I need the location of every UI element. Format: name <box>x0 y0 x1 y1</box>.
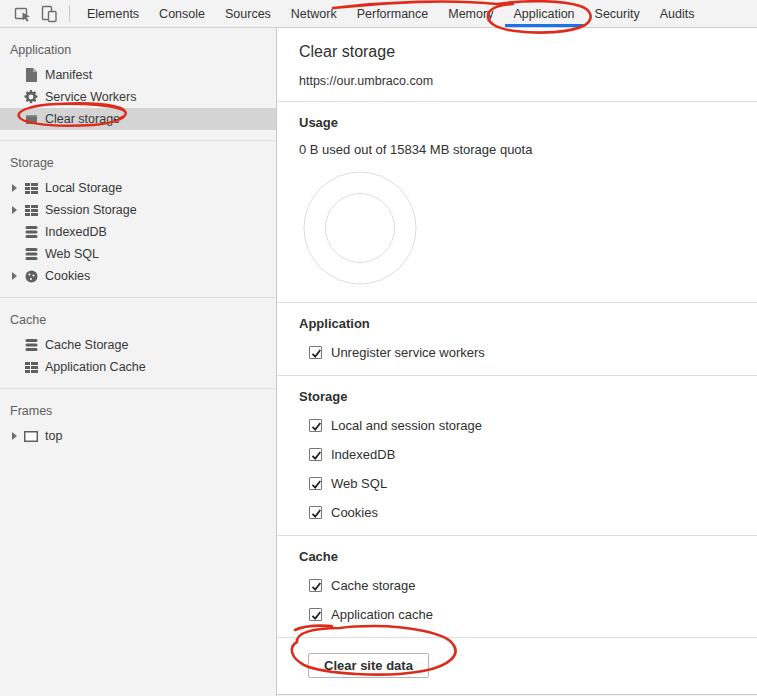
sidebar-item-label: IndexedDB <box>45 225 107 239</box>
usage-quota-text: 0 B used out of 15834 MB storage quota <box>299 142 735 157</box>
sidebar-item-clear-storage[interactable]: Clear storage <box>0 108 276 130</box>
gear-icon <box>24 90 38 104</box>
tab-network[interactable]: Network <box>281 0 347 27</box>
checkbox-checked-icon[interactable] <box>309 419 322 432</box>
usage-section: Usage 0 B used out of 15834 MB storage q… <box>277 101 757 302</box>
panel-tabs: Elements Console Sources Network Perform… <box>77 0 704 27</box>
sidebar-item-label: Manifest <box>45 68 92 82</box>
tab-memory[interactable]: Memory <box>438 0 503 27</box>
application-section-title: Application <box>299 316 735 331</box>
tab-sources[interactable]: Sources <box>215 0 281 27</box>
site-origin: https://our.umbraco.com <box>299 74 735 101</box>
application-panel-sidebar: Application Manifest Service Workers <box>0 28 277 696</box>
tab-elements[interactable]: Elements <box>77 0 149 27</box>
clear-storage-panel: Clear storage https://our.umbraco.com Us… <box>277 28 757 696</box>
sidebar-item-local-storage[interactable]: Local Storage <box>0 177 276 199</box>
checkbox-label: Application cache <box>331 607 433 622</box>
sidebar-item-manifest[interactable]: Manifest <box>0 64 276 86</box>
application-section: Application Unregister service workers <box>277 302 757 375</box>
page-title: Clear storage <box>299 43 735 61</box>
sidebar-item-session-storage[interactable]: Session Storage <box>0 199 276 221</box>
checkbox-label: Cache storage <box>331 578 416 593</box>
chevron-right-icon[interactable] <box>12 432 17 440</box>
storage-section: Storage Local and session storage Indexe… <box>277 375 757 535</box>
checkbox-label: Cookies <box>331 505 378 520</box>
storage-section-title: Storage <box>299 389 735 404</box>
checkbox-row-indexeddb[interactable]: IndexedDB <box>309 447 735 462</box>
sidebar-section-title: Storage <box>0 147 276 177</box>
chevron-right-icon[interactable] <box>12 272 17 280</box>
checkbox-label: Local and session storage <box>331 418 482 433</box>
devtools-tabbar: Elements Console Sources Network Perform… <box>0 0 757 28</box>
sidebar-section-storage: Storage Local Storage Session Storage <box>0 140 276 297</box>
checkbox-row-cache-storage[interactable]: Cache storage <box>309 578 735 593</box>
sidebar-section-title: Frames <box>0 395 276 425</box>
database-icon <box>24 338 38 352</box>
sidebar-item-label: top <box>45 429 62 443</box>
frame-icon <box>24 429 38 443</box>
checkbox-row-application-cache[interactable]: Application cache <box>309 607 735 622</box>
sidebar-item-top-frame[interactable]: top <box>0 425 276 447</box>
inspect-element-icon[interactable] <box>10 0 36 27</box>
toolbar-icons <box>0 0 77 27</box>
table-icon <box>24 181 38 195</box>
table-icon <box>24 360 38 374</box>
checkbox-checked-icon[interactable] <box>309 346 322 359</box>
checkbox-checked-icon[interactable] <box>309 477 322 490</box>
tab-audits[interactable]: Audits <box>650 0 705 27</box>
sidebar-section-cache: Cache Cache Storage Application Cache <box>0 297 276 388</box>
toolbar-separator <box>69 5 70 22</box>
sidebar-item-label: Application Cache <box>45 360 146 374</box>
sidebar-item-indexeddb[interactable]: IndexedDB <box>0 221 276 243</box>
tab-application[interactable]: Application <box>503 0 584 27</box>
devtools-window: Elements Console Sources Network Perform… <box>0 0 757 696</box>
clear-site-data-button[interactable]: Clear site data <box>308 653 429 678</box>
cache-section-title: Cache <box>299 549 735 564</box>
sidebar-section-frames: Frames top <box>0 388 276 457</box>
usage-section-title: Usage <box>299 115 735 130</box>
chevron-right-icon[interactable] <box>12 206 17 214</box>
sidebar-item-cache-storage[interactable]: Cache Storage <box>0 334 276 356</box>
database-icon <box>24 247 38 261</box>
tab-performance[interactable]: Performance <box>347 0 439 27</box>
clear-site-data-row: Clear site data <box>277 637 757 694</box>
cookie-icon <box>24 269 38 283</box>
checkbox-row-cookies[interactable]: Cookies <box>309 505 735 520</box>
checkbox-checked-icon[interactable] <box>309 608 322 621</box>
checkbox-row-unregister-service-workers[interactable]: Unregister service workers <box>309 345 735 360</box>
chevron-right-icon[interactable] <box>12 184 17 192</box>
sidebar-section-title: Application <box>0 34 276 64</box>
sidebar-item-web-sql[interactable]: Web SQL <box>0 243 276 265</box>
cache-section: Cache Cache storage Application cache <box>277 535 757 637</box>
checkbox-label: Web SQL <box>331 476 387 491</box>
sidebar-item-cookies[interactable]: Cookies <box>0 265 276 287</box>
sidebar-item-label: Clear storage <box>45 112 120 126</box>
device-toolbar-icon[interactable] <box>36 0 62 27</box>
checkbox-row-local-and-session-storage[interactable]: Local and session storage <box>309 418 735 433</box>
sidebar-item-label: Local Storage <box>45 181 122 195</box>
manifest-icon <box>24 68 38 82</box>
checkbox-checked-icon[interactable] <box>309 579 322 592</box>
sidebar-item-label: Session Storage <box>45 203 137 217</box>
sidebar-item-label: Service Workers <box>45 90 136 104</box>
usage-donut-chart <box>301 169 419 287</box>
panel-header: Clear storage https://our.umbraco.com <box>277 28 757 101</box>
checkbox-label: Unregister service workers <box>331 345 485 360</box>
database-icon <box>24 225 38 239</box>
checkbox-row-web-sql[interactable]: Web SQL <box>309 476 735 491</box>
sidebar-item-label: Web SQL <box>45 247 99 261</box>
checkbox-checked-icon[interactable] <box>309 506 322 519</box>
sidebar-section-title: Cache <box>0 304 276 334</box>
sidebar-item-application-cache[interactable]: Application Cache <box>0 356 276 378</box>
table-icon <box>24 203 38 217</box>
clear-storage-icon <box>24 112 38 126</box>
sidebar-item-service-workers[interactable]: Service Workers <box>0 86 276 108</box>
sidebar-item-label: Cache Storage <box>45 338 128 352</box>
tab-console[interactable]: Console <box>149 0 215 27</box>
checkbox-label: IndexedDB <box>331 447 395 462</box>
tab-security[interactable]: Security <box>585 0 650 27</box>
checkbox-checked-icon[interactable] <box>309 448 322 461</box>
sidebar-item-label: Cookies <box>45 269 90 283</box>
sidebar-section-application: Application Manifest Service Workers <box>0 28 276 140</box>
